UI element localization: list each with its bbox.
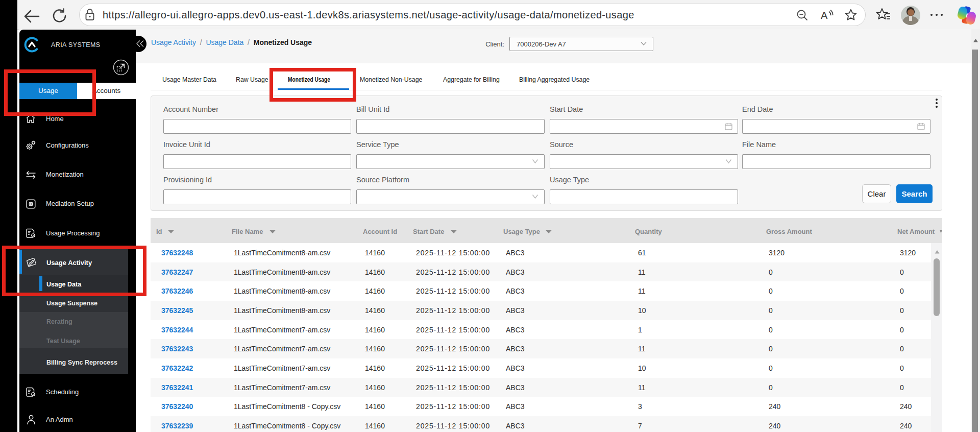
svg-text:A: A [821, 10, 828, 21]
